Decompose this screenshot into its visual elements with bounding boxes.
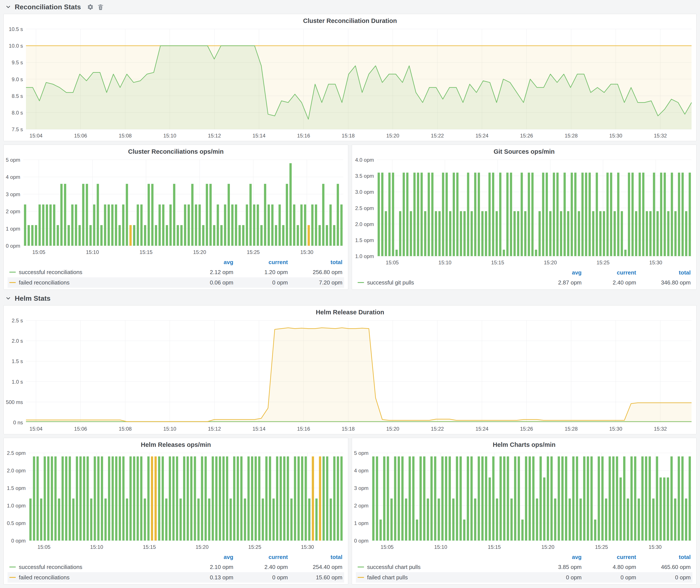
svg-text:1.0 opm: 1.0 opm bbox=[355, 253, 374, 259]
svg-text:4 opm: 4 opm bbox=[354, 468, 369, 473]
legend-series-name: successful chart pulls bbox=[367, 564, 421, 570]
legend-row-successful: successful reconciliations 2.12 opm 1.20… bbox=[8, 267, 344, 277]
legend-col-avg[interactable]: avg bbox=[179, 554, 233, 561]
panel-title-helm-releases[interactable]: Helm Releases ops/min bbox=[4, 438, 348, 449]
legend-series-label[interactable]: failed chart pulls bbox=[358, 574, 527, 581]
legend-col-avg[interactable]: avg bbox=[527, 269, 582, 276]
svg-text:15:18: 15:18 bbox=[342, 133, 355, 139]
chart-canvas[interactable]: 5 opm4 opm3 opm2 opm1 opm0 opm15:0515:10… bbox=[352, 449, 696, 552]
chevron-down-icon bbox=[5, 295, 11, 301]
svg-text:0.5 opm: 0.5 opm bbox=[7, 520, 26, 526]
legend-series-name: successful git pulls bbox=[367, 279, 414, 286]
legend-col-total[interactable]: total bbox=[636, 269, 691, 276]
svg-text:15:10: 15:10 bbox=[434, 544, 447, 550]
svg-text:15:05: 15:05 bbox=[32, 249, 45, 255]
svg-text:15:16: 15:16 bbox=[297, 133, 310, 139]
helm-duration-chart[interactable]: 2.5 s2.0 s1.5 s1.0 s500 ms0 ns15:0415:06… bbox=[4, 317, 696, 434]
legend-col-avg[interactable]: avg bbox=[527, 554, 582, 561]
svg-text:15:25: 15:25 bbox=[248, 544, 261, 550]
svg-text:15:10: 15:10 bbox=[163, 133, 176, 139]
svg-text:15:32: 15:32 bbox=[654, 133, 667, 139]
helm-charts-chart[interactable]: 5 opm4 opm3 opm2 opm1 opm0 opm15:0515:10… bbox=[352, 449, 696, 552]
svg-text:4 opm: 4 opm bbox=[6, 174, 20, 180]
section-header-reconciliation[interactable]: Reconciliation Stats bbox=[0, 0, 700, 14]
svg-text:1.0 s: 1.0 s bbox=[12, 379, 23, 385]
legend-series-label[interactable]: failed reconciliations bbox=[9, 279, 179, 286]
legend-current-value: 4.80 opm bbox=[582, 564, 636, 570]
series-color-swatch bbox=[358, 282, 364, 283]
svg-text:15:05: 15:05 bbox=[381, 544, 394, 550]
panel-title-cluster-duration[interactable]: Cluster Reconciliation Duration bbox=[4, 14, 696, 26]
svg-text:15:10: 15:10 bbox=[163, 426, 176, 432]
svg-text:15:20: 15:20 bbox=[195, 544, 208, 550]
chart-canvas[interactable]: 5 opm4 opm3 opm2 opm1 opm0 opm15:0515:10… bbox=[4, 156, 348, 257]
svg-text:0 opm: 0 opm bbox=[11, 538, 26, 544]
svg-text:15:30: 15:30 bbox=[649, 544, 662, 550]
legend-avg-value: 2.10 opm bbox=[179, 564, 233, 570]
legend-col-current[interactable]: current bbox=[582, 269, 636, 276]
svg-text:0 opm: 0 opm bbox=[6, 243, 20, 249]
svg-text:15:25: 15:25 bbox=[595, 544, 608, 550]
legend-col-current[interactable]: current bbox=[582, 554, 636, 561]
svg-text:7.5 s: 7.5 s bbox=[12, 126, 23, 132]
svg-text:2.0 opm: 2.0 opm bbox=[7, 468, 26, 473]
gear-icon[interactable] bbox=[87, 4, 94, 10]
legend-series-label[interactable]: failed reconciliations bbox=[9, 574, 179, 581]
section-header-helm[interactable]: Helm Stats bbox=[0, 291, 700, 305]
panel-title-helm-duration[interactable]: Helm Release Duration bbox=[4, 305, 696, 317]
chart-canvas[interactable]: 10.5 s10.0 s9.5 s9.0 s8.5 s8.0 s7.5 s15:… bbox=[4, 26, 696, 141]
legend-series-name: successful reconciliations bbox=[19, 269, 82, 276]
legend-series-label[interactable]: successful chart pulls bbox=[358, 564, 527, 570]
legend-col-current[interactable]: current bbox=[233, 554, 288, 561]
svg-text:15:05: 15:05 bbox=[37, 544, 50, 550]
svg-text:15:15: 15:15 bbox=[491, 260, 504, 265]
svg-text:15:25: 15:25 bbox=[597, 260, 610, 265]
svg-text:15:20: 15:20 bbox=[386, 133, 399, 139]
chart-canvas[interactable]: 2.5 s2.0 s1.5 s1.0 s500 ms0 ns15:0415:06… bbox=[4, 317, 696, 434]
legend-header: avg current total bbox=[356, 268, 692, 277]
legend-col-total[interactable]: total bbox=[288, 554, 342, 561]
series-color-swatch bbox=[9, 577, 16, 578]
legend-series-label[interactable]: successful reconciliations bbox=[9, 269, 179, 276]
legend-col-avg[interactable]: avg bbox=[179, 259, 233, 266]
legend-cluster-ops: avg current total successful reconciliat… bbox=[4, 257, 348, 289]
series-color-swatch bbox=[358, 567, 364, 567]
svg-text:8.0 s: 8.0 s bbox=[12, 110, 23, 116]
panel-git-sources-opm: Git Sources ops/min 4.0 opm3.5 opm3.0 op… bbox=[352, 145, 697, 290]
legend-series-label[interactable]: successful reconciliations bbox=[9, 564, 179, 570]
legend-series-label[interactable]: successful git pulls bbox=[358, 279, 527, 286]
svg-text:15:18: 15:18 bbox=[342, 426, 355, 432]
svg-text:15:20: 15:20 bbox=[386, 426, 399, 432]
legend-current-value: 0 opm bbox=[233, 279, 288, 286]
dashboard: Reconciliation Stats Cluster Reconciliat… bbox=[0, 0, 700, 585]
legend-col-current[interactable]: current bbox=[233, 259, 288, 266]
trash-icon[interactable] bbox=[97, 4, 104, 10]
panel-cluster-reconciliations-opm: Cluster Reconciliations ops/min 5 opm4 o… bbox=[3, 145, 348, 290]
legend-series-name: failed reconciliations bbox=[19, 574, 69, 581]
panel-title-helm-charts[interactable]: Helm Charts ops/min bbox=[352, 438, 696, 449]
chevron-down-icon bbox=[5, 4, 11, 10]
legend-total-value: 7.20 opm bbox=[288, 279, 342, 286]
legend-current-value: 0 opm bbox=[582, 574, 636, 581]
git-sources-chart[interactable]: 4.0 opm3.5 opm3.0 opm2.5 opm2.0 opm1.5 o… bbox=[352, 156, 696, 268]
section-title-reconciliation: Reconciliation Stats bbox=[15, 3, 81, 11]
svg-text:15:20: 15:20 bbox=[541, 544, 554, 550]
panel-title-cluster-ops[interactable]: Cluster Reconciliations ops/min bbox=[4, 145, 348, 156]
svg-text:15:22: 15:22 bbox=[431, 133, 444, 139]
legend-avg-value: 0.06 opm bbox=[179, 279, 233, 286]
series-color-swatch bbox=[358, 577, 364, 578]
legend-col-total[interactable]: total bbox=[636, 554, 691, 561]
cluster-duration-chart[interactable]: 10.5 s10.0 s9.5 s9.0 s8.5 s8.0 s7.5 s15:… bbox=[4, 26, 696, 141]
legend-row-failed: failed chart pulls 0 opm 0 opm 0 opm bbox=[356, 572, 692, 583]
legend-total-value: 254.40 opm bbox=[288, 564, 342, 570]
helm-releases-chart[interactable]: 2.5 opm2.0 opm1.5 opm1.0 opm0.5 opm0 opm… bbox=[4, 449, 348, 552]
chart-canvas[interactable]: 2.5 opm2.0 opm1.5 opm1.0 opm0.5 opm0 opm… bbox=[4, 449, 348, 552]
legend-col-total[interactable]: total bbox=[288, 259, 342, 266]
panel-title-git-sources[interactable]: Git Sources ops/min bbox=[352, 145, 696, 156]
svg-text:15:10: 15:10 bbox=[86, 249, 99, 255]
svg-text:15:10: 15:10 bbox=[439, 260, 452, 265]
chart-canvas[interactable]: 4.0 opm3.5 opm3.0 opm2.5 opm2.0 opm1.5 o… bbox=[352, 156, 696, 268]
cluster-ops-chart[interactable]: 5 opm4 opm3 opm2 opm1 opm0 opm15:0515:10… bbox=[4, 156, 348, 257]
panel-helm-releases-opm: Helm Releases ops/min 2.5 opm2.0 opm1.5 … bbox=[3, 438, 348, 585]
svg-text:4.0 opm: 4.0 opm bbox=[355, 157, 374, 163]
